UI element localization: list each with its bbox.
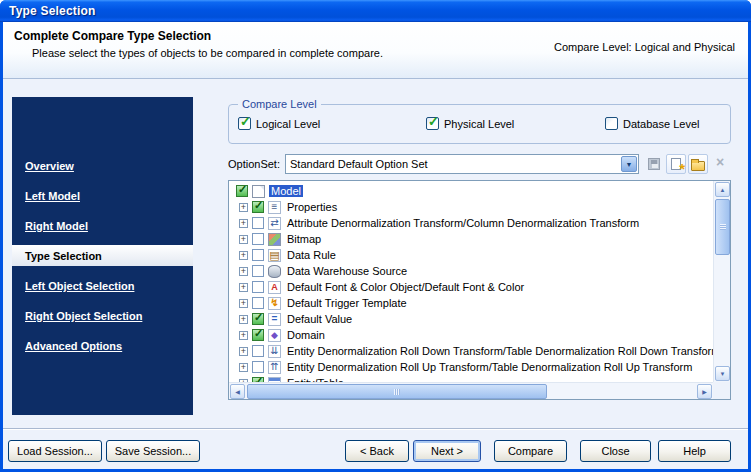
scroll-down-icon[interactable]: ▼ bbox=[715, 366, 730, 381]
tree-row-default-trigger-template[interactable]: +Default Trigger Template bbox=[229, 295, 713, 311]
button-load-session[interactable]: Load Session... bbox=[8, 440, 102, 462]
expand-icon[interactable]: + bbox=[239, 315, 248, 324]
tree-label[interactable]: Data Rule bbox=[285, 249, 338, 261]
database-level-checkbox[interactable] bbox=[605, 117, 618, 130]
tree-label[interactable]: Entity Denormalization Roll Down Transfo… bbox=[285, 345, 713, 357]
sidebar-item-type-selection[interactable]: Type Selection bbox=[12, 245, 193, 266]
button-next[interactable]: Next > bbox=[413, 440, 481, 462]
logical-level-checkbox[interactable] bbox=[238, 117, 251, 130]
optionset-toolbar bbox=[644, 154, 730, 174]
tree-label[interactable]: Properties bbox=[285, 201, 339, 213]
save-icon bbox=[648, 158, 660, 170]
compare-level-option-database-level[interactable]: Database Level bbox=[605, 117, 699, 130]
type-selection-dialog: Type Selection Complete Compare Type Sel… bbox=[0, 0, 751, 472]
compare-level-status: Compare Level: Logical and Physical bbox=[554, 41, 735, 53]
tree-label[interactable]: Default Trigger Template bbox=[285, 297, 409, 309]
expand-icon[interactable]: + bbox=[239, 331, 248, 340]
wizard-header: Complete Compare Type Selection Please s… bbox=[3, 22, 748, 79]
checkbox-label: Database Level bbox=[623, 118, 699, 130]
horizontal-scrollbar-thumb[interactable] bbox=[247, 384, 547, 399]
tree-row-default-value[interactable]: +Default Value bbox=[229, 311, 713, 327]
compare-level-option-logical-level[interactable]: Logical Level bbox=[238, 117, 320, 130]
scroll-up-icon[interactable]: ▲ bbox=[715, 182, 730, 197]
tree-checkbox[interactable] bbox=[252, 329, 264, 341]
tree-row-bitmap[interactable]: +Bitmap bbox=[229, 231, 713, 247]
tree-row-default-font-color-object-default-font-color[interactable]: +Default Font & Color Object/Default Fon… bbox=[229, 279, 713, 295]
button-save-session[interactable]: Save Session... bbox=[106, 440, 200, 462]
tree-row-data-warehouse-source[interactable]: +Data Warehouse Source bbox=[229, 263, 713, 279]
tree-checkbox[interactable] bbox=[236, 185, 248, 197]
tree-rows: Model+Properties+Attribute Denormalizati… bbox=[229, 181, 713, 382]
tree-checkbox[interactable] bbox=[252, 361, 264, 373]
tree-row-entity-denormalization-roll-down-transform-table[interactable]: +Entity Denormalization Roll Down Transf… bbox=[229, 343, 713, 359]
tree-label[interactable]: Default Font & Color Object/Default Font… bbox=[285, 281, 526, 293]
tree-checkbox[interactable] bbox=[252, 313, 264, 325]
window-title: Type Selection bbox=[9, 4, 96, 18]
tree-row-model[interactable]: Model bbox=[229, 183, 713, 199]
expand-icon[interactable]: + bbox=[239, 347, 248, 356]
default-value-icon bbox=[268, 313, 281, 326]
vertical-scrollbar-thumb[interactable] bbox=[715, 199, 730, 255]
tree-checkbox[interactable] bbox=[252, 201, 264, 213]
optionset-label: OptionSet: bbox=[228, 158, 280, 170]
tree-row-entity-denormalization-roll-up-transform-table-d[interactable]: +Entity Denormalization Roll Up Transfor… bbox=[229, 359, 713, 375]
tree-row-properties[interactable]: +Properties bbox=[229, 199, 713, 215]
footer-right-buttons: < BackNext >CompareCloseHelp bbox=[345, 440, 731, 462]
expand-icon[interactable]: + bbox=[239, 283, 248, 292]
tree-label[interactable]: Model bbox=[269, 185, 303, 197]
vertical-scrollbar[interactable]: ▲ ▼ bbox=[713, 181, 730, 382]
tree-label[interactable]: Data Warehouse Source bbox=[285, 265, 409, 277]
tree-checkbox[interactable] bbox=[252, 281, 264, 293]
optionset-dropdown[interactable]: Standard Default Option Set ▼ bbox=[285, 154, 639, 174]
button-compare[interactable]: Compare bbox=[494, 440, 567, 462]
expand-icon[interactable]: + bbox=[239, 235, 248, 244]
horizontal-scrollbar[interactable]: ◀ ▶ bbox=[229, 382, 713, 399]
tree-row-data-rule[interactable]: +Data Rule bbox=[229, 247, 713, 263]
scroll-left-icon[interactable]: ◀ bbox=[230, 384, 245, 399]
sidebar-item-right-object-selection[interactable]: Right Object Selection bbox=[12, 301, 193, 331]
footer-divider bbox=[3, 428, 748, 430]
tree-checkbox[interactable] bbox=[252, 297, 264, 309]
data-warehouse-source-icon bbox=[268, 265, 281, 278]
roll-down-icon bbox=[268, 345, 281, 358]
expand-icon[interactable]: + bbox=[239, 267, 248, 276]
tree-label[interactable]: Default Value bbox=[285, 313, 354, 325]
button-back[interactable]: < Back bbox=[345, 440, 409, 462]
physical-level-checkbox[interactable] bbox=[426, 117, 439, 130]
sidebar-item-overview[interactable]: Overview bbox=[12, 151, 193, 181]
expand-icon[interactable]: + bbox=[239, 251, 248, 260]
sidebar-item-left-model[interactable]: Left Model bbox=[12, 181, 193, 211]
expand-icon[interactable]: + bbox=[239, 219, 248, 228]
tree-label[interactable]: Entity Denormalization Roll Up Transform… bbox=[285, 361, 694, 373]
scroll-right-icon[interactable]: ▶ bbox=[697, 384, 712, 399]
expand-icon[interactable]: + bbox=[239, 363, 248, 372]
tree-checkbox[interactable] bbox=[252, 345, 264, 357]
open-optionset-button[interactable] bbox=[688, 154, 708, 174]
sidebar-item-right-model[interactable]: Right Model bbox=[12, 211, 193, 241]
button-help[interactable]: Help bbox=[658, 440, 731, 462]
tree-label[interactable]: Domain bbox=[285, 329, 327, 341]
button-close[interactable]: Close bbox=[580, 440, 651, 462]
tree-checkbox[interactable] bbox=[252, 265, 264, 277]
new-optionset-button[interactable] bbox=[666, 154, 686, 174]
model-icon bbox=[252, 185, 265, 198]
compare-level-group-title: Compare Level bbox=[238, 98, 321, 110]
chevron-down-icon[interactable]: ▼ bbox=[621, 156, 637, 172]
sidebar-item-left-object-selection[interactable]: Left Object Selection bbox=[12, 271, 193, 301]
tree-checkbox[interactable] bbox=[252, 249, 264, 261]
tree-checkbox[interactable] bbox=[252, 217, 264, 229]
title-bar[interactable]: Type Selection bbox=[0, 0, 751, 22]
optionset-value: Standard Default Option Set bbox=[286, 158, 620, 170]
expand-icon[interactable]: + bbox=[239, 203, 248, 212]
tree-row-domain[interactable]: +Domain bbox=[229, 327, 713, 343]
default-font-color-icon bbox=[268, 281, 281, 294]
bitmap-icon bbox=[268, 233, 281, 246]
compare-level-option-physical-level[interactable]: Physical Level bbox=[426, 117, 514, 130]
tree-label[interactable]: Bitmap bbox=[285, 233, 323, 245]
tree-label[interactable]: Attribute Denormalization Transform/Colu… bbox=[285, 217, 641, 229]
tree-checkbox[interactable] bbox=[252, 233, 264, 245]
tree-row-attribute-denormalization-transform-column-denor[interactable]: +Attribute Denormalization Transform/Col… bbox=[229, 215, 713, 231]
expand-icon[interactable]: + bbox=[239, 299, 248, 308]
tree-row-entity-table[interactable]: +Entity/Table bbox=[229, 375, 713, 382]
sidebar-item-advanced-options[interactable]: Advanced Options bbox=[12, 331, 193, 361]
